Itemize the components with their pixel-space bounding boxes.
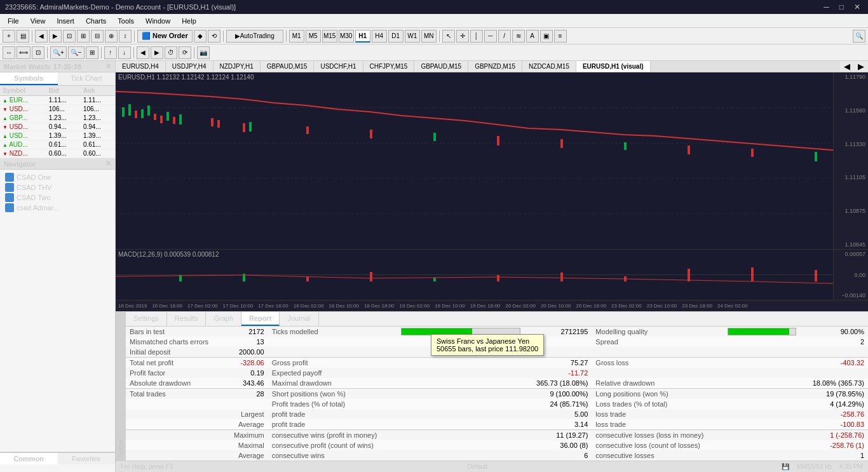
tester-tab-settings[interactable]: Settings [126, 312, 167, 326]
cursor-tool[interactable]: ↖ [442, 30, 455, 43]
market-row-2[interactable]: ▲ GBP... 1.23... 1.23... [0, 114, 115, 123]
tf-m15[interactable]: M15 [322, 30, 337, 43]
menu-tools[interactable]: Tools [112, 16, 139, 26]
toolbar2-btn3[interactable]: ⊡ [32, 46, 44, 59]
maximize-button[interactable]: □ [837, 3, 846, 11]
toolbar-btn7[interactable]: ↕ [119, 30, 132, 43]
market-ask-1: 106... [81, 105, 115, 114]
btn-tool2[interactable]: ▣ [540, 30, 553, 43]
tf-m1[interactable]: M1 [289, 30, 304, 43]
value-max-consec-wins: 11 (19.27) [524, 430, 592, 441]
minimize-button[interactable]: ─ [821, 3, 832, 11]
chart-tab-3[interactable]: GBPAUD,M15 [261, 61, 315, 72]
toolbar-btn-2[interactable]: ▤ [17, 30, 29, 43]
toolbar-btn6[interactable]: ⊕ [105, 30, 118, 43]
toolbar2-play[interactable]: ▶ [151, 46, 163, 59]
chart-tabs-scroll-left[interactable]: ◀ [840, 61, 854, 72]
toolbar2-candle[interactable]: ↓ [118, 46, 131, 59]
line-tool[interactable]: │ [470, 30, 483, 43]
nav-label-csad-admar: csad Admar... [17, 204, 59, 212]
market-watch-tabs: Symbols Tick Chart [0, 72, 115, 86]
toolbar-btn4[interactable]: ⊞ [77, 30, 90, 43]
market-row-1[interactable]: ▼ USD... 106... 106... [0, 105, 115, 114]
hline-tool[interactable]: ─ [484, 30, 497, 43]
tf-d1[interactable]: D1 [388, 30, 403, 43]
chart-tab-5[interactable]: CHFJPY,M15 [363, 61, 415, 72]
menu-view[interactable]: View [25, 16, 51, 26]
chart-tab-6[interactable]: GBPAUD,M15 [414, 61, 468, 72]
market-row-3[interactable]: ▼ USD... 0.94... 0.94... [0, 123, 115, 131]
toolbar-new-chart[interactable]: + [3, 30, 15, 43]
tf-h4[interactable]: H4 [372, 30, 387, 43]
text-tool[interactable]: A [526, 30, 539, 43]
toolbar2-btn2[interactable]: ⟺ [17, 46, 31, 59]
toolbar2-zoom-out[interactable]: 🔍− [68, 46, 85, 59]
btn-tool3[interactable]: ≡ [554, 30, 567, 43]
toolbar-btn8[interactable]: ◆ [194, 30, 207, 43]
crosshair-tool[interactable]: ✛ [456, 30, 469, 43]
nav-item-csad-thv[interactable]: CSAD THV [3, 182, 112, 192]
chart-tab-2[interactable]: NZDJPY,H1 [214, 61, 261, 72]
market-row-0[interactable]: ▲ EUR... 1.11... 1.11... [0, 96, 115, 105]
menu-file[interactable]: File [3, 16, 24, 26]
market-row-6[interactable]: ▼ NZD... 0.60... 0.60... [0, 149, 115, 158]
market-watch-close[interactable]: ✕ [105, 62, 111, 71]
toolbar2-clock[interactable]: ⏱ [165, 46, 177, 59]
tab-tick-chart[interactable]: Tick Chart [58, 72, 116, 85]
chart-tab-active[interactable]: EURUSD,H1 (visual) [576, 61, 651, 72]
new-order-label: New Order [153, 32, 188, 39]
time-label-16: 23 Dec 18:00 [679, 303, 715, 309]
toolbar2-zoom-in[interactable]: 🔍+ [50, 46, 67, 59]
search-button[interactable]: 🔍 [853, 30, 865, 43]
toolbar-back[interactable]: ◀ [35, 30, 48, 43]
toolbar2-speed[interactable]: ⟳ [179, 46, 191, 59]
toolbar-btn5[interactable]: ⊟ [91, 30, 104, 43]
tf-mn[interactable]: MN [421, 30, 437, 43]
close-button[interactable]: ✕ [851, 3, 863, 11]
toolbar2-back[interactable]: ◀ [137, 46, 149, 59]
tab-symbols[interactable]: Symbols [0, 72, 58, 85]
tester-tab-graph[interactable]: Graph [206, 312, 241, 326]
tf-m5[interactable]: M5 [306, 30, 321, 43]
tester-tab-report[interactable]: Report [241, 312, 280, 326]
nav-item-csad-admar[interactable]: csad Admar... [3, 203, 112, 213]
toolbar2-screenshot[interactable]: 📷 [197, 46, 210, 59]
tf-w1[interactable]: W1 [405, 30, 420, 43]
chart-tab-0[interactable]: EURUSD,H4 [116, 61, 166, 72]
chart-tab-8[interactable]: NZDCAD,M15 [522, 61, 576, 72]
window-controls[interactable]: ─ □ ✕ [821, 3, 863, 11]
channel-tool[interactable]: ≋ [512, 30, 525, 43]
chart-tab-4[interactable]: USDCHF,H1 [314, 61, 363, 72]
market-row-4[interactable]: ▲ USD... 1.39... 1.39... [0, 131, 115, 140]
menu-window[interactable]: Window [140, 16, 175, 26]
tf-m30[interactable]: M30 [339, 30, 354, 43]
time-label-6: 18 Dec 10:00 [326, 303, 362, 309]
csad-admar-icon [5, 203, 14, 212]
toolbar-btn3[interactable]: ⊡ [63, 30, 76, 43]
tf-h1[interactable]: H1 [355, 30, 370, 43]
menu-insert[interactable]: Insert [51, 16, 79, 26]
auto-trading-button[interactable]: ▶ AutoTrading [226, 30, 283, 43]
toolbar-forward[interactable]: ▶ [49, 30, 62, 43]
menu-charts[interactable]: Charts [81, 16, 111, 26]
toolbar2-bar[interactable]: ↑ [104, 46, 117, 59]
toolbar2-grid[interactable]: ⊞ [86, 46, 98, 59]
navigator-close[interactable]: ✕ [105, 159, 111, 168]
tester-tab-results[interactable]: Results [167, 312, 207, 326]
tester-tab-journal[interactable]: Journal [280, 312, 318, 326]
nav-item-csad-two[interactable]: CSAD Two [3, 192, 112, 203]
nav-tab-favorites[interactable]: Favorites [58, 452, 116, 464]
chart-tab-1[interactable]: USDJPY,H4 [166, 61, 214, 72]
toolbar2-btn1[interactable]: ↔ [3, 46, 15, 59]
chart-tab-7[interactable]: GBPNZD,M15 [468, 61, 522, 72]
chart-tabs-scroll-right[interactable]: ▶ [854, 61, 868, 72]
new-order-button[interactable]: 🟦 New Order [137, 30, 193, 43]
menu-help[interactable]: Help [177, 16, 201, 26]
market-row-5[interactable]: ▲ AUD... 0.61... 0.61... [0, 140, 115, 149]
nav-item-csad-one[interactable]: CSAD One [3, 172, 112, 182]
draw-tool[interactable]: / [498, 30, 511, 43]
nav-tab-common[interactable]: Common [0, 452, 58, 464]
value-max-dd: 365.73 (18.08%) [524, 378, 592, 389]
toolbar-btn9[interactable]: ⟲ [208, 30, 220, 43]
svg-rect-36 [497, 275, 499, 281]
